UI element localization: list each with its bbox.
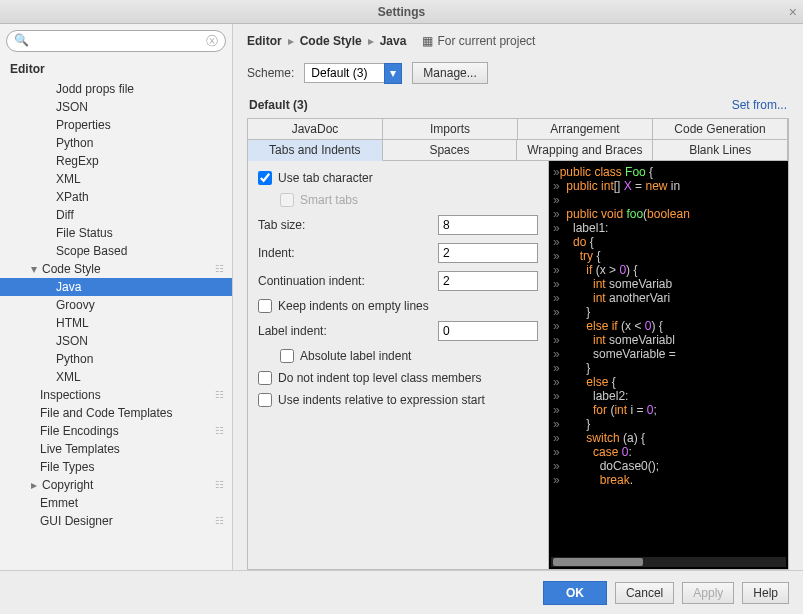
continuation-label: Continuation indent: xyxy=(258,274,430,288)
apply-button[interactable]: Apply xyxy=(682,582,734,604)
set-from-link[interactable]: Set from... xyxy=(732,98,787,112)
code-line: » label2: xyxy=(553,389,788,403)
absolute-label-checkbox[interactable]: Absolute label indent xyxy=(280,349,538,363)
tree-item[interactable]: GUI Designer☷ xyxy=(0,512,232,530)
code-preview: »public class Foo {» public int[] X = ne… xyxy=(548,161,788,569)
tree-item-label: JSON xyxy=(56,98,88,116)
clear-search-icon[interactable]: ⓧ xyxy=(206,33,218,50)
tree-item[interactable]: File Status xyxy=(0,224,232,242)
tree-item-label: XML xyxy=(56,368,81,386)
code-line: » int anotherVari xyxy=(553,291,788,305)
tree-item[interactable]: Python xyxy=(0,134,232,152)
tree-item[interactable]: Java xyxy=(0,278,232,296)
tree-item-label: Diff xyxy=(56,206,74,224)
code-line: » } xyxy=(553,305,788,319)
project-config-icon: ☷ xyxy=(215,260,224,278)
tree-item[interactable]: Inspections☷ xyxy=(0,386,232,404)
tab-size-label: Tab size: xyxy=(258,218,430,232)
tree-item[interactable]: Scope Based xyxy=(0,242,232,260)
tree-item-label: File Types xyxy=(40,458,94,476)
code-line: » someVariable = xyxy=(553,347,788,361)
settings-tree[interactable]: Jodd props fileJSONPropertiesPythonRegEx… xyxy=(0,80,232,570)
tab[interactable]: Blank Lines xyxy=(653,140,788,161)
scheme-select[interactable]: Default (3) ▾ xyxy=(304,63,402,84)
tree-item[interactable]: File Encodings☷ xyxy=(0,422,232,440)
tree-item[interactable]: XML xyxy=(0,170,232,188)
scheme-value: Default (3) xyxy=(304,63,384,83)
search-input[interactable] xyxy=(6,30,226,52)
use-tab-checkbox[interactable]: Use tab character xyxy=(258,171,538,185)
tree-item[interactable]: Properties xyxy=(0,116,232,134)
code-line: » try { xyxy=(553,249,788,263)
tree-item[interactable]: HTML xyxy=(0,314,232,332)
tree-item-label: File Encodings xyxy=(40,422,119,440)
tree-item[interactable]: Groovy xyxy=(0,296,232,314)
tab[interactable]: Tabs and Indents xyxy=(248,140,383,161)
tree-item-label: RegExp xyxy=(56,152,99,170)
tree-item[interactable]: File and Code Templates xyxy=(0,404,232,422)
code-line: » label1: xyxy=(553,221,788,235)
tree-item[interactable]: Python xyxy=(0,350,232,368)
expand-icon[interactable]: ▾ xyxy=(28,260,40,278)
tab-size-input[interactable] xyxy=(438,215,538,235)
indent-input[interactable] xyxy=(438,243,538,263)
crumb-codestyle[interactable]: Code Style xyxy=(300,34,362,48)
tree-item[interactable]: RegExp xyxy=(0,152,232,170)
indent-label: Indent: xyxy=(258,246,430,260)
tree-item-label: JSON xyxy=(56,332,88,350)
code-line: » xyxy=(553,193,788,207)
tree-item[interactable]: Live Templates xyxy=(0,440,232,458)
tab[interactable]: Code Generation xyxy=(653,119,788,140)
dialog-footer: OK Cancel Apply Help xyxy=(0,570,803,614)
tree-item[interactable]: Diff xyxy=(0,206,232,224)
label-indent-input[interactable] xyxy=(438,321,538,341)
tree-item-label: GUI Designer xyxy=(40,512,113,530)
tab[interactable]: Wrapping and Braces xyxy=(517,140,653,161)
code-line: » for (int i = 0; xyxy=(553,403,788,417)
scrollbar-thumb[interactable] xyxy=(553,558,643,566)
titlebar: Settings × xyxy=(0,0,803,24)
code-line: » else { xyxy=(553,375,788,389)
tree-item-label: Emmet xyxy=(40,494,78,512)
relative-expr-checkbox[interactable]: Use indents relative to expression start xyxy=(258,393,538,407)
tab[interactable]: JavaDoc xyxy=(248,119,383,140)
expand-icon[interactable]: ▸ xyxy=(28,476,40,494)
crumb-editor[interactable]: Editor xyxy=(247,34,282,48)
code-line: » } xyxy=(553,417,788,431)
breadcrumb: Editor ▸ Code Style ▸ Java ▦For current … xyxy=(247,32,789,58)
tree-item[interactable]: JSON xyxy=(0,98,232,116)
horizontal-scrollbar[interactable] xyxy=(551,557,786,567)
tree-item[interactable]: ▸Copyright☷ xyxy=(0,476,232,494)
code-line: » } xyxy=(553,361,788,375)
chevron-down-icon[interactable]: ▾ xyxy=(384,63,402,84)
tab[interactable]: Imports xyxy=(383,119,518,140)
manage-button[interactable]: Manage... xyxy=(412,62,487,84)
no-top-indent-checkbox[interactable]: Do not indent top level class members xyxy=(258,371,538,385)
tab[interactable]: Spaces xyxy=(383,140,518,161)
tree-item[interactable]: JSON xyxy=(0,332,232,350)
indent-form: Use tab character Smart tabs Tab size: I… xyxy=(248,161,548,569)
ok-button[interactable]: OK xyxy=(543,581,607,605)
continuation-input[interactable] xyxy=(438,271,538,291)
code-line: » else if (x < 0) { xyxy=(553,319,788,333)
tree-item[interactable]: File Types xyxy=(0,458,232,476)
tree-item[interactable]: XPath xyxy=(0,188,232,206)
tree-item[interactable]: ▾Code Style☷ xyxy=(0,260,232,278)
close-icon[interactable]: × xyxy=(789,4,797,20)
tree-item-label: Inspections xyxy=(40,386,101,404)
tab[interactable]: Arrangement xyxy=(518,119,653,140)
tree-item[interactable]: XML xyxy=(0,368,232,386)
cancel-button[interactable]: Cancel xyxy=(615,582,674,604)
code-line: » if (x > 0) { xyxy=(553,263,788,277)
label-indent-label: Label indent: xyxy=(258,324,430,338)
tree-item[interactable]: Emmet xyxy=(0,494,232,512)
chevron-right-icon: ▸ xyxy=(368,34,374,48)
tree-item-label: HTML xyxy=(56,314,89,332)
tree-item[interactable]: Jodd props file xyxy=(0,80,232,98)
tree-item-label: Python xyxy=(56,134,93,152)
tree-item-label: XML xyxy=(56,170,81,188)
keep-indents-checkbox[interactable]: Keep indents on empty lines xyxy=(258,299,538,313)
main-panel: Editor ▸ Code Style ▸ Java ▦For current … xyxy=(233,24,803,570)
help-button[interactable]: Help xyxy=(742,582,789,604)
scheme-name: Default (3) xyxy=(249,98,308,112)
